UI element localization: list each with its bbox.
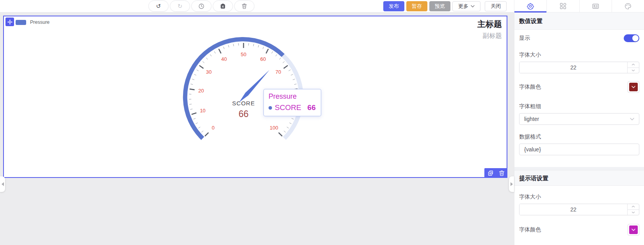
chevron-down-icon xyxy=(632,69,635,71)
save-draft-button[interactable]: 暂存 xyxy=(406,1,427,11)
tooltip-settings-body: 字体大小 字体颜色 xyxy=(514,194,644,245)
spinner-up-button[interactable] xyxy=(628,62,639,68)
data-format-input[interactable] xyxy=(519,144,639,155)
undo-button[interactable]: ↺ xyxy=(148,0,169,12)
svg-text:30: 30 xyxy=(206,69,212,75)
font-size-input[interactable] xyxy=(519,62,627,73)
more-button-label: 更多 xyxy=(458,3,468,10)
chevron-down-icon xyxy=(632,211,635,213)
svg-text:10: 10 xyxy=(200,108,205,114)
tooltip-item-row: SCORE 66 xyxy=(269,103,316,112)
spinner-up-button[interactable] xyxy=(628,204,639,210)
font-weight-select[interactable]: lighter xyxy=(519,113,639,125)
caret-left-icon xyxy=(2,182,4,186)
chart-tooltip: Pressure SCORE 66 xyxy=(263,89,321,116)
widget-action-bar xyxy=(484,168,507,178)
scroll-left-button[interactable] xyxy=(0,176,5,192)
tooltip-item-label: SCORE xyxy=(275,103,301,112)
scroll-right-button[interactable] xyxy=(509,176,514,192)
font-size-label: 字体大小 xyxy=(519,51,639,59)
chevron-up-icon xyxy=(632,64,635,66)
main-area: Pressure 主标题 副标题 0102030405060708090100S… xyxy=(0,12,644,245)
delete-widget-icon[interactable] xyxy=(499,170,505,176)
font-size-input-wrap xyxy=(519,62,639,73)
publish-button[interactable]: 发布 xyxy=(383,1,404,11)
font-color-row: 字体颜色 xyxy=(519,81,639,93)
show-label: 显示 xyxy=(519,35,530,42)
svg-text:0: 0 xyxy=(212,125,215,131)
spinner-down-button[interactable] xyxy=(628,68,639,73)
redo-icon: ↻ xyxy=(178,3,183,9)
redo-button[interactable]: ↻ xyxy=(170,0,190,12)
svg-text:50: 50 xyxy=(241,51,246,57)
top-toolbar: ↺ ↻ xyxy=(0,0,644,12)
delete-button[interactable] xyxy=(234,0,254,12)
toggle-knob xyxy=(632,35,639,41)
font-color-picker[interactable] xyxy=(628,81,639,93)
tooltip-marker-dot xyxy=(269,106,272,110)
svg-text:SCORE: SCORE xyxy=(232,100,255,107)
svg-text:20: 20 xyxy=(198,88,204,94)
action-button-group: 发布 暂存 预览 更多 关闭 xyxy=(383,0,507,12)
svg-text:66: 66 xyxy=(238,109,249,119)
svg-text:100: 100 xyxy=(270,125,278,131)
svg-text:60: 60 xyxy=(260,56,266,62)
more-button[interactable]: 更多 xyxy=(452,1,480,11)
section-divider xyxy=(514,167,644,170)
canvas-workspace: Pressure 主标题 副标题 0102030405060708090100S… xyxy=(0,12,514,245)
svg-text:40: 40 xyxy=(221,56,227,62)
copy-widget-icon[interactable] xyxy=(487,170,494,176)
font-weight-label: 字体粗细 xyxy=(519,103,639,110)
font-size-spinner xyxy=(627,62,639,73)
history-button[interactable] xyxy=(191,0,212,12)
undo-icon: ↺ xyxy=(156,3,161,9)
gear-icon xyxy=(527,3,534,10)
tooltip-font-color-row: 字体颜色 xyxy=(519,224,639,236)
close-button[interactable]: 关闭 xyxy=(485,1,507,11)
chevron-down-icon xyxy=(632,229,635,231)
gauge-chart: 0102030405060708090100SCORE66 xyxy=(4,16,507,177)
components-grid-icon xyxy=(560,3,566,9)
section-header-tooltip-settings: 提示语设置 xyxy=(514,170,644,186)
card-list-icon xyxy=(592,3,599,9)
number-settings-body: 显示 字体大小 xyxy=(514,34,644,167)
chevron-down-icon xyxy=(471,5,475,7)
font-weight-value: lighter xyxy=(524,116,539,122)
tab-settings[interactable] xyxy=(514,0,547,12)
dashboard-editor: ↺ ↻ xyxy=(0,0,644,245)
clear-board-icon xyxy=(220,3,226,9)
tooltip-font-size-input[interactable] xyxy=(519,204,627,215)
font-color-swatch xyxy=(629,83,638,91)
palette-icon xyxy=(624,3,632,10)
tooltip-font-color-picker[interactable] xyxy=(628,224,639,236)
caret-right-icon xyxy=(511,182,513,186)
history-icon xyxy=(198,3,205,9)
tooltip-font-size-input-wrap xyxy=(519,204,639,215)
trash-icon xyxy=(241,3,247,9)
tab-card-config[interactable] xyxy=(580,0,612,12)
tooltip-font-size-spinner xyxy=(627,204,639,215)
show-row: 显示 xyxy=(519,34,639,42)
preview-button[interactable]: 预览 xyxy=(429,1,450,11)
chevron-down-icon xyxy=(632,86,635,88)
topbar-spacer xyxy=(254,0,383,12)
chevron-up-icon xyxy=(632,206,635,208)
settings-panel: 数值设置 显示 字体大小 xyxy=(514,12,644,245)
spinner-down-button[interactable] xyxy=(628,210,639,215)
tab-theme[interactable] xyxy=(612,0,644,12)
tooltip-item-value: 66 xyxy=(308,103,316,112)
panel-tabstrip xyxy=(514,0,644,12)
history-button-group: ↺ ↻ xyxy=(148,0,254,12)
tab-components[interactable] xyxy=(547,0,579,12)
chart-widget-canvas[interactable]: Pressure 主标题 副标题 0102030405060708090100S… xyxy=(3,16,507,178)
section-header-number-settings: 数值设置 xyxy=(514,12,644,30)
tooltip-font-size-label: 字体大小 xyxy=(519,194,639,201)
font-color-label: 字体颜色 xyxy=(519,83,541,91)
data-format-label: 数据格式 xyxy=(519,133,639,140)
show-toggle[interactable] xyxy=(624,34,639,42)
tooltip-font-color-label: 字体颜色 xyxy=(519,226,541,233)
clear-board-button[interactable] xyxy=(213,0,233,12)
chevron-down-icon xyxy=(630,118,634,121)
tooltip-series-name: Pressure xyxy=(269,92,316,101)
svg-text:70: 70 xyxy=(276,69,281,75)
